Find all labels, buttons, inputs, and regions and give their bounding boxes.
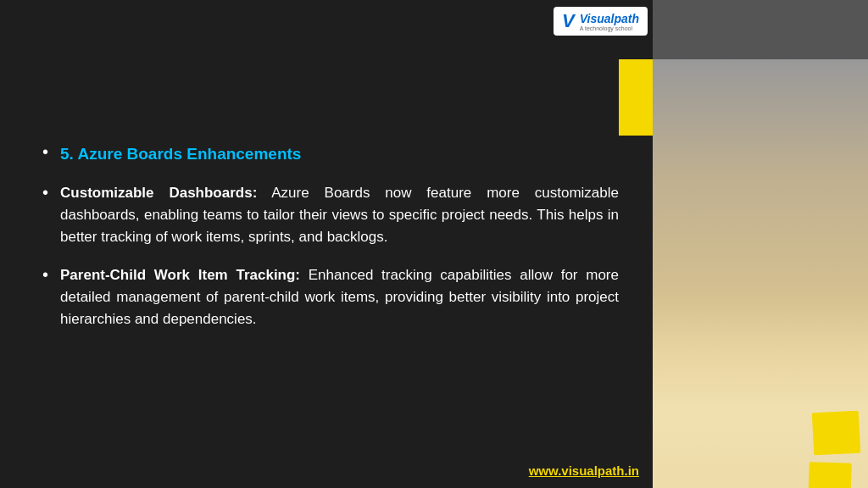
list-item-2: • Parent-Child Work Item Tracking: Enhan… xyxy=(42,264,619,331)
bullet-list: • 5. Azure Boards Enhancements • Customi… xyxy=(42,141,619,347)
yellow-square-decoration xyxy=(619,59,653,136)
bullet-dot-2: • xyxy=(42,180,48,204)
bullet-1-text: Customizable Dashboards: Azure Boards no… xyxy=(60,182,619,249)
sticky-note-yellow-2 xyxy=(808,462,852,488)
logo-tagline: A technology school xyxy=(580,25,639,31)
notes-area xyxy=(653,293,868,488)
slide: V Visualpath A technology school • 5. Az… xyxy=(0,0,868,488)
logo-path-text: path xyxy=(614,12,639,25)
sticky-note-yellow-1 xyxy=(812,411,861,456)
content-area: • 5. Azure Boards Enhancements • Customi… xyxy=(0,0,653,488)
bullet-1-label: Customizable Dashboards: xyxy=(60,185,257,201)
website-url[interactable]: www.visualpath.in xyxy=(529,463,639,478)
logo-text-block: Visualpath A technology school xyxy=(580,12,639,31)
heading-text: 5. Azure Boards Enhancements xyxy=(60,141,301,166)
bullet-dot-3: • xyxy=(42,263,48,286)
list-item-1: • Customizable Dashboards: Azure Boards … xyxy=(42,182,619,249)
bullet-dot-1: • xyxy=(42,140,48,164)
bullet-2-label: Parent-Child Work Item Tracking: xyxy=(60,267,300,283)
image-area xyxy=(653,0,868,488)
image-top-overlay xyxy=(653,0,868,59)
photo-background xyxy=(653,0,868,488)
logo-v-icon: V xyxy=(562,10,575,32)
logo-area: V Visualpath A technology school xyxy=(554,7,648,36)
bullet-2-text: Parent-Child Work Item Tracking: Enhance… xyxy=(60,264,619,331)
logo-visual-text: Visual xyxy=(580,12,615,25)
person-area xyxy=(653,59,868,297)
list-item-heading: • 5. Azure Boards Enhancements xyxy=(42,141,619,166)
